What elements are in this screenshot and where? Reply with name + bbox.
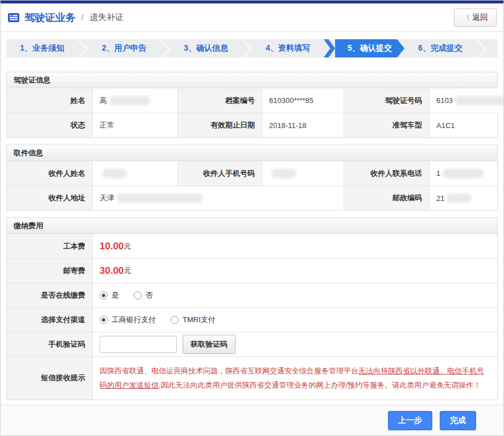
license-number-text: 6103: [436, 96, 453, 105]
pickup-row-1: 收件人姓名 收件人手机号码 收件人联系电话 1: [7, 161, 497, 186]
finish-button[interactable]: 完成: [440, 411, 476, 430]
step-separator-icon: [476, 39, 486, 57]
mailing-fee-label: 邮寄费: [7, 258, 92, 283]
production-fee-amount: 10.00: [100, 241, 124, 252]
production-fee-unit: 元: [124, 241, 131, 252]
back-button[interactable]: 〈 返回: [454, 9, 497, 27]
online-pay-no-label[interactable]: 否: [146, 290, 153, 301]
payment-fees-section: 缴纳费用 工本费 10.00 元 邮寄费 30.00 元 是否在线缴费 是 否 …: [6, 217, 498, 400]
name-value: 高: [92, 88, 177, 113]
page-title: 驾驶证业务: [24, 11, 76, 24]
page-header: 驾驶证业务 / 遗失补证 〈 返回: [1, 3, 503, 32]
document-list-icon: [7, 13, 20, 23]
footer-action-bar: 上一步 完成: [1, 405, 503, 435]
mailing-fee-value: 30.00 元: [92, 258, 497, 283]
step-1-business-notice[interactable]: 1、业务须知: [6, 39, 78, 57]
license-section-title: 驾驶证信息: [7, 72, 497, 88]
notice-text-part1: 因陕西省联通、电信运营商技术问题，陕西省互联网交通安全综合服务管理平台: [100, 367, 358, 375]
status-value: 正常: [92, 113, 177, 137]
sms-notice-label: 短信接收提示: [7, 356, 92, 400]
production-fee-value: 10.00 元: [92, 234, 497, 258]
step-separator-icon: [242, 39, 252, 57]
status-label: 状态: [7, 113, 92, 137]
redacted-blur: [102, 169, 126, 178]
production-fee-label: 工本费: [7, 234, 92, 258]
license-row-1: 姓名 高 档案编号 610300****85 驾驶证号码 6103: [7, 88, 497, 113]
mailing-fee-amount: 30.00: [100, 265, 124, 277]
vehicle-type-label: 准驾车型: [344, 113, 429, 137]
step-2-user-declaration[interactable]: 2、用户申告: [88, 39, 160, 57]
sms-code-field-group: 获取验证码: [92, 332, 497, 356]
page-subtitle: 遗失补证: [89, 12, 123, 23]
sms-code-row: 手机验证码 获取验证码: [7, 332, 497, 356]
payment-channel-options: 工商银行支付 TMRI支付: [92, 307, 497, 332]
postcode-text: 21: [436, 194, 444, 203]
recipient-phone-value: 1: [429, 161, 497, 186]
recipient-address-text: 天津: [100, 193, 114, 203]
online-pay-yes-radio[interactable]: [100, 291, 108, 299]
redacted-blur: [456, 96, 504, 105]
license-info-section: 驾驶证信息 姓名 高 档案编号 610300****85 驾驶证号码 6103 …: [6, 72, 498, 138]
channel-tmri-label[interactable]: TMRI支付: [183, 315, 216, 325]
license-number-value: 6103: [429, 88, 504, 113]
step-4-fill-data[interactable]: 4、资料填写: [252, 39, 324, 57]
channel-icbc-radio[interactable]: [100, 316, 108, 324]
back-button-label: 返回: [472, 13, 488, 23]
sms-notice-row: 短信接收提示 因陕西省联通、电信运营商技术问题，陕西省互联网交通安全综合服务管理…: [7, 356, 497, 400]
redacted-blur: [443, 169, 483, 178]
redacted-blur: [272, 169, 296, 178]
production-fee-row: 工本费 10.00 元: [7, 234, 497, 258]
step-active-arrow-icon: [324, 39, 335, 57]
fees-section-title: 缴纳费用: [7, 218, 497, 234]
channel-tmri-radio[interactable]: [171, 316, 179, 324]
notice-text-part3: ,因此无法向此类用户提供陕西省交通管理业务的网上办理/预约等服务。请此类用户避免…: [159, 381, 481, 389]
get-code-button[interactable]: 获取验证码: [183, 335, 236, 354]
file-number-value: 610300****85: [262, 88, 344, 113]
recipient-name-label: 收件人姓名: [7, 161, 92, 186]
step-5-confirm-submit[interactable]: 5、确认提交: [335, 39, 404, 57]
license-row-2: 状态 正常 有效期止日期 2018-11-18 准驾车型 A1C1: [7, 113, 497, 137]
sms-code-label: 手机验证码: [7, 332, 92, 356]
chevron-left-icon: 〈: [462, 13, 470, 23]
online-pay-label: 是否在线缴费: [7, 283, 92, 307]
pickup-info-section: 取件信息 收件人姓名 收件人手机号码 收件人联系电话 1 收件人地址 天津 邮政…: [6, 145, 498, 211]
mailing-fee-row: 邮寄费 30.00 元: [7, 258, 497, 283]
step-separator-icon: [160, 39, 170, 57]
step-6-finish-submit[interactable]: 6、完成提交: [404, 39, 476, 57]
expiry-date-value: 2018-11-18: [262, 113, 344, 137]
step-separator-icon: [78, 39, 88, 57]
online-pay-yes-label[interactable]: 是: [111, 290, 119, 301]
online-pay-options: 是 否: [92, 283, 497, 307]
pickup-row-2: 收件人地址 天津 邮政编码 21: [7, 186, 497, 210]
breadcrumb-divider: /: [81, 13, 84, 22]
payment-channel-row: 选择支付渠道 工商银行支付 TMRI支付: [7, 307, 497, 332]
mailing-fee-unit: 元: [124, 266, 131, 276]
step-3-confirm-info[interactable]: 3、确认信息: [170, 39, 242, 57]
file-number-label: 档案编号: [177, 88, 262, 113]
expiry-date-label: 有效期止日期: [177, 113, 262, 137]
recipient-name-value: [92, 161, 177, 186]
recipient-address-label: 收件人地址: [7, 186, 92, 210]
pickup-section-title: 取件信息: [7, 145, 497, 161]
redacted-blur: [110, 96, 150, 105]
step-bar-filler: [486, 39, 498, 57]
breadcrumb: 驾驶证业务 / 遗失补证: [7, 11, 123, 24]
postcode-value: 21: [429, 186, 497, 210]
name-label: 姓名: [7, 88, 92, 113]
recipient-address-value: 天津: [92, 186, 344, 210]
step-wizard: 1、业务须知 2、用户申告 3、确认信息 4、资料填写 5、确认提交 6、完成提…: [6, 39, 498, 57]
recipient-mobile-label: 收件人手机号码: [177, 161, 262, 186]
recipient-phone-text: 1: [436, 169, 440, 178]
channel-icbc-label[interactable]: 工商银行支付: [111, 315, 156, 325]
sms-notice-text: 因陕西省联通、电信运营商技术问题，陕西省互联网交通安全综合服务管理平台无法向持陕…: [92, 356, 497, 400]
sms-code-input[interactable]: [100, 336, 177, 353]
recipient-mobile-value: [262, 161, 344, 186]
previous-step-button[interactable]: 上一步: [388, 411, 432, 430]
license-number-label: 驾驶证号码: [344, 88, 429, 113]
payment-channel-label: 选择支付渠道: [7, 307, 92, 332]
online-pay-no-radio[interactable]: [134, 291, 142, 299]
recipient-phone-label: 收件人联系电话: [344, 161, 429, 186]
redacted-blur: [117, 194, 203, 203]
postcode-label: 邮政编码: [344, 186, 429, 210]
vehicle-type-value: A1C1: [429, 113, 497, 137]
